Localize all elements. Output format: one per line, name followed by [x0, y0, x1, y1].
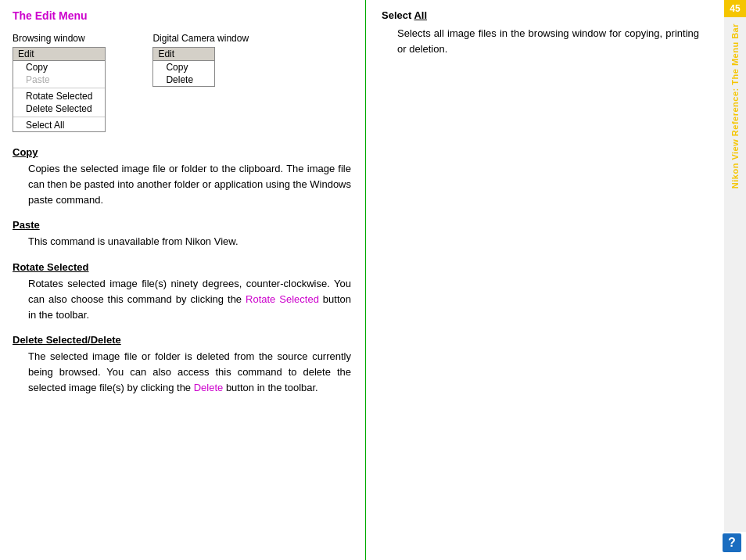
digital-camera-diagram: Digital Camera window Edit Copy Delete: [152, 33, 249, 87]
paste-body: This command is unavailable from Nikon V…: [28, 234, 351, 249]
copy-heading: Copy: [13, 146, 351, 158]
select-all-heading: Select All: [382, 9, 699, 21]
rotate-selected-body: Rotates selected image file(s) ninety de…: [28, 276, 351, 323]
sidebar-rotated-text: Nikon View Reference: The Menu Bar: [730, 23, 740, 188]
browsing-copy-item: Copy: [13, 61, 105, 74]
menu-diagrams: Browsing window Edit Copy Paste Rotate S…: [13, 33, 351, 132]
browsing-window-diagram: Browsing window Edit Copy Paste Rotate S…: [13, 33, 106, 132]
copy-body: Copies the selected image file or folder…: [28, 161, 351, 208]
page-container: The Edit Menu Browsing window Edit Copy …: [0, 0, 746, 560]
digital-copy-item: Copy: [153, 61, 214, 74]
browsing-delete-selected-item: Delete Selected: [13, 102, 105, 115]
browsing-window-label: Browsing window: [13, 33, 85, 44]
delete-selected-heading: Delete Selected/Delete: [13, 334, 351, 346]
digital-menu-header: Edit: [153, 48, 214, 61]
paste-heading: Paste: [13, 219, 351, 231]
delete-selected-body: The selected image file or folder is del…: [28, 349, 351, 396]
digital-camera-label: Digital Camera window: [152, 33, 249, 44]
page-title: The Edit Menu: [13, 9, 351, 22]
rotate-selected-heading: Rotate Selected: [13, 261, 351, 273]
page-number-badge: 45: [724, 0, 746, 17]
browsing-rotate-item: Rotate Selected: [13, 90, 105, 102]
delete-link: Delete: [194, 382, 224, 393]
browsing-divider-2: [13, 117, 105, 117]
select-all-body: Selects all image files in the browsing …: [397, 26, 699, 57]
digital-delete-item: Delete: [153, 74, 214, 86]
rotate-selected-link: Rotate Selected: [246, 293, 319, 305]
browsing-select-all-item: Select All: [13, 119, 105, 131]
browsing-window-menu: Edit Copy Paste Rotate Selected Delete S…: [13, 47, 106, 132]
browsing-paste-item: Paste: [13, 74, 105, 86]
help-icon[interactable]: ?: [723, 533, 741, 552]
right-sidebar: 45 Nikon View Reference: The Menu Bar: [724, 0, 746, 532]
select-all-underline: All: [414, 9, 427, 21]
browsing-menu-header: Edit: [13, 48, 105, 61]
digital-camera-menu: Edit Copy Delete: [152, 47, 215, 87]
left-column: The Edit Menu Browsing window Edit Copy …: [0, 0, 366, 560]
right-column: Select All Selects all image files in th…: [366, 0, 746, 560]
browsing-divider-1: [13, 88, 105, 88]
